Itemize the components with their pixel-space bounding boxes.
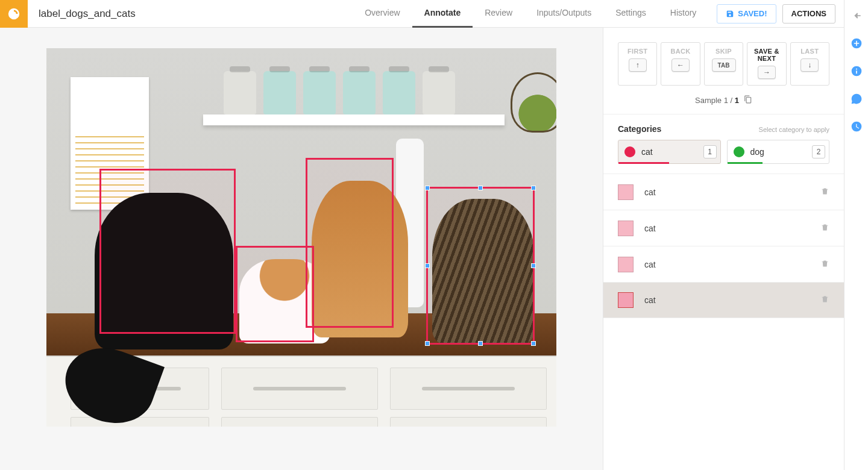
saved-label: SAVED! bbox=[738, 9, 767, 18]
annotation-label: cat bbox=[644, 295, 810, 305]
nav-label: SAVE & NEXT bbox=[750, 48, 783, 62]
actions-button[interactable]: ACTIONS bbox=[782, 4, 836, 24]
tab-inputs-outputs[interactable]: Inputs/Outputs bbox=[524, 0, 603, 28]
resize-handle-mr[interactable] bbox=[531, 263, 536, 268]
plus-circle-icon bbox=[851, 37, 863, 49]
rail-comments-button[interactable] bbox=[849, 92, 864, 106]
categories-header: Categories Select category to apply bbox=[603, 114, 844, 140]
annotation-item[interactable]: cat bbox=[603, 174, 844, 210]
resize-handle-br[interactable] bbox=[531, 341, 536, 346]
trash-icon bbox=[820, 295, 829, 304]
annotation-swatch bbox=[618, 257, 634, 272]
delete-annotation-button[interactable] bbox=[820, 187, 829, 198]
nav-label: SKIP bbox=[707, 48, 740, 55]
bounding-box[interactable] bbox=[236, 246, 314, 342]
category-progress bbox=[728, 162, 763, 164]
category-color-dot bbox=[624, 146, 635, 157]
nav-label: BACK bbox=[664, 48, 697, 55]
category-name: cat bbox=[641, 147, 697, 157]
resize-handle-bm[interactable] bbox=[478, 341, 483, 346]
annotation-swatch bbox=[618, 292, 634, 308]
tab-settings[interactable]: Settings bbox=[603, 0, 658, 28]
bounding-box[interactable] bbox=[306, 158, 394, 328]
delete-annotation-button[interactable] bbox=[820, 223, 829, 234]
sample-sep: / bbox=[728, 96, 735, 105]
rail-history-button[interactable] bbox=[849, 119, 864, 134]
trash-icon bbox=[820, 187, 829, 196]
sample-total: 1 bbox=[735, 96, 739, 105]
chat-circle-icon bbox=[851, 93, 863, 105]
trash-icon bbox=[820, 223, 829, 232]
sample-nav: FIRST↑BACK←SKIPTABSAVE & NEXT→LAST↓ bbox=[603, 28, 844, 90]
category-color-dot bbox=[734, 146, 744, 157]
resize-handle-tr[interactable] bbox=[531, 186, 536, 190]
app-logo[interactable] bbox=[0, 0, 28, 28]
key-hint: ↑ bbox=[629, 58, 647, 72]
category-hotkey: 1 bbox=[703, 145, 717, 158]
sample-counter: Sample 1 / 1 bbox=[603, 90, 844, 114]
canvas-area bbox=[0, 28, 603, 470]
categories-title: Categories bbox=[618, 124, 661, 134]
category-cat[interactable]: cat1 bbox=[618, 140, 721, 164]
info-circle-icon bbox=[851, 65, 863, 77]
side-panel: FIRST↑BACK←SKIPTABSAVE & NEXT→LAST↓ Samp… bbox=[603, 28, 844, 470]
nav-last-button[interactable]: LAST↓ bbox=[790, 42, 829, 86]
delete-annotation-button[interactable] bbox=[820, 295, 829, 306]
bounding-box[interactable] bbox=[99, 169, 236, 334]
annotation-swatch bbox=[618, 221, 634, 236]
key-hint: ↓ bbox=[800, 58, 819, 72]
category-hotkey: 2 bbox=[812, 145, 825, 158]
collapse-panel-button[interactable] bbox=[849, 8, 864, 23]
resize-handle-tm[interactable] bbox=[478, 186, 483, 190]
copy-sample-button[interactable] bbox=[744, 95, 752, 105]
nav-skip-button[interactable]: SKIPTAB bbox=[704, 42, 743, 86]
nav-label: LAST bbox=[793, 48, 826, 55]
resize-handle-bl[interactable] bbox=[425, 341, 430, 346]
annotation-item[interactable]: cat bbox=[603, 246, 844, 282]
annotation-item[interactable]: cat bbox=[603, 282, 844, 318]
key-hint: → bbox=[758, 66, 776, 79]
key-hint: TAB bbox=[712, 58, 736, 72]
rail-info-button[interactable] bbox=[849, 64, 864, 78]
category-dog[interactable]: dog2 bbox=[727, 140, 830, 164]
annotation-item[interactable]: cat bbox=[603, 210, 844, 246]
tab-annotate[interactable]: Annotate bbox=[412, 0, 473, 28]
tab-history[interactable]: History bbox=[658, 0, 709, 28]
clock-circle-icon bbox=[851, 121, 863, 133]
trash-icon bbox=[820, 259, 829, 268]
categories-row: cat1dog2 bbox=[603, 140, 844, 174]
tab-review[interactable]: Review bbox=[473, 0, 524, 28]
bounding-box[interactable] bbox=[426, 187, 535, 345]
resize-handle-tl[interactable] bbox=[425, 186, 430, 190]
annotation-list: catcatcatcat bbox=[603, 174, 844, 318]
app-header: label_dogs_and_cats OverviewAnnotateRevi… bbox=[0, 0, 844, 28]
saved-button[interactable]: SAVED! bbox=[717, 4, 776, 24]
sample-index: 1 bbox=[724, 96, 728, 105]
categories-hint: Select category to apply bbox=[759, 126, 829, 133]
save-icon bbox=[726, 10, 734, 18]
category-name: dog bbox=[750, 147, 807, 157]
annotation-label: cat bbox=[644, 224, 810, 233]
tab-overview[interactable]: Overview bbox=[353, 0, 412, 28]
copy-icon bbox=[744, 95, 752, 104]
right-rail bbox=[844, 0, 868, 470]
annotation-label: cat bbox=[644, 187, 810, 197]
delete-annotation-button[interactable] bbox=[820, 259, 829, 270]
header-tabs: OverviewAnnotateReviewInputs/OutputsSett… bbox=[353, 0, 708, 28]
nav-first-button[interactable]: FIRST↑ bbox=[618, 42, 657, 86]
nav-label: FIRST bbox=[621, 48, 654, 55]
actions-label: ACTIONS bbox=[791, 9, 827, 18]
project-title: label_dogs_and_cats bbox=[39, 8, 136, 20]
image-stage[interactable] bbox=[46, 48, 556, 427]
arrow-left-icon bbox=[851, 10, 863, 22]
annotation-swatch bbox=[618, 184, 634, 200]
resize-handle-ml[interactable] bbox=[425, 263, 430, 268]
rail-add-button[interactable] bbox=[849, 36, 864, 51]
logo-icon bbox=[7, 7, 20, 20]
category-progress bbox=[618, 162, 669, 164]
annotation-label: cat bbox=[644, 260, 810, 269]
nav-back-button[interactable]: BACK← bbox=[661, 42, 700, 86]
key-hint: ← bbox=[671, 58, 690, 72]
sample-prefix: Sample bbox=[695, 96, 724, 105]
nav-save-next-button[interactable]: SAVE & NEXT→ bbox=[747, 42, 786, 86]
